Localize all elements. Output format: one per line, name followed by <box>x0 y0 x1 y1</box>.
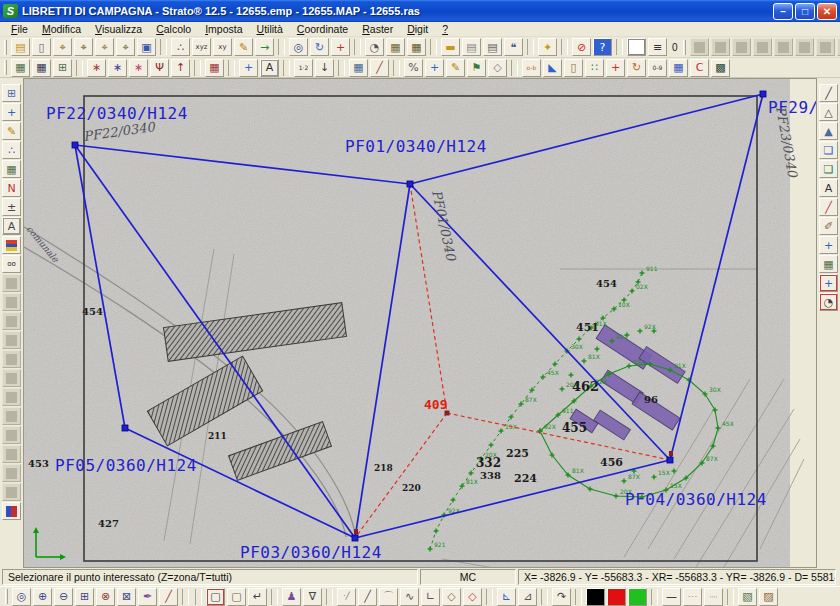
copy-shape-2-icon[interactable]: ❏ <box>819 160 838 178</box>
menu-item-imposta[interactable]: Imposta <box>198 23 249 35</box>
new-document-icon[interactable]: ▯ <box>32 38 51 56</box>
palette-icon[interactable]: ▩ <box>711 59 730 77</box>
new-view-icon[interactable]: ⊞ <box>2 84 21 102</box>
mini-map-icon[interactable]: ▦ <box>2 160 21 178</box>
draw-line-icon[interactable]: ╱ <box>819 84 838 102</box>
zoom-in-icon[interactable]: ⊕ <box>33 588 52 606</box>
north-arrow-icon[interactable]: ↑ <box>171 59 190 77</box>
points-xy-icon[interactable]: xy <box>213 38 232 56</box>
edit-add-icon[interactable]: ✎ <box>2 122 21 140</box>
stop-icon[interactable]: ⊘ <box>572 38 591 56</box>
enter-icon[interactable]: ↵ <box>248 588 267 606</box>
zoom-window-icon[interactable]: ⊞ <box>75 588 94 606</box>
operator-icon[interactable]: ♟ <box>282 588 301 606</box>
points-scatter-icon[interactable]: ∴ <box>171 38 190 56</box>
arc-tool-icon[interactable]: ⌒ <box>379 588 398 606</box>
edit-pencil-icon[interactable]: ✎ <box>234 38 253 56</box>
linestyle-solid-icon[interactable]: — <box>662 588 681 606</box>
station-3-icon[interactable]: ⌖ <box>95 38 114 56</box>
polyline-tool-icon[interactable]: ∟ <box>421 588 440 606</box>
swatch-black[interactable] <box>586 588 605 606</box>
filter-icon[interactable]: ∇ <box>303 588 322 606</box>
move-red-icon[interactable]: + <box>606 59 625 77</box>
grid-red-box-icon[interactable]: + <box>819 274 838 292</box>
restore-button[interactable]: □ <box>795 3 815 20</box>
help-icon[interactable]: ? <box>593 38 612 56</box>
layer-colors-icon[interactable] <box>2 502 21 520</box>
hatch-2-icon[interactable]: ▨ <box>759 588 778 606</box>
hatch-1-icon[interactable]: ▧ <box>738 588 757 606</box>
zoom-extents-icon[interactable]: ⊠ <box>117 588 136 606</box>
refresh-view-icon[interactable]: ↻ <box>310 38 329 56</box>
book-icon[interactable]: ▯ <box>564 59 583 77</box>
polygon-delete-icon[interactable]: ◇ <box>463 588 482 606</box>
raster-dark-icon[interactable]: ▦ <box>32 59 51 77</box>
spline-tool-icon[interactable]: ∿ <box>400 588 419 606</box>
polygon-filled-icon[interactable]: ▲ <box>819 122 838 140</box>
eraser-icon[interactable]: ✐ <box>819 217 838 235</box>
menu-item-raster[interactable]: Raster <box>355 23 400 35</box>
node-edit-icon[interactable]: ·╱ <box>337 588 356 606</box>
snap-grid-icon[interactable]: ∷ <box>585 59 604 77</box>
pan-feather-icon[interactable]: ✒ <box>138 588 157 606</box>
move-points-icon[interactable]: + <box>239 59 258 77</box>
plus-minus-icon[interactable]: ± <box>2 198 21 216</box>
raster-insert-icon[interactable]: ⊞ <box>53 59 72 77</box>
menu-item-coordinate[interactable]: Coordinate <box>290 23 355 35</box>
station-gps-icon[interactable]: ⌖ <box>116 38 135 56</box>
polygon-outline-icon[interactable]: △ <box>819 103 838 121</box>
linestyle-dashed-icon[interactable]: - - - <box>683 588 702 606</box>
station-1-icon[interactable]: ⌖ <box>53 38 72 56</box>
measure-polyline-icon[interactable]: ⊿ <box>518 588 537 606</box>
export-green-icon[interactable]: → <box>255 38 274 56</box>
points-xyz-icon[interactable]: xyz <box>192 38 211 56</box>
point-quota-3-icon[interactable]: ∗ <box>129 59 148 77</box>
minimize-button[interactable]: – <box>773 3 793 20</box>
tree-symbol-icon[interactable]: Ψ <box>150 59 169 77</box>
ramp-icon[interactable]: ◣ <box>543 59 562 77</box>
select-area-icon[interactable]: ▢ <box>206 588 225 606</box>
comment-icon[interactable]: ❝ <box>504 38 523 56</box>
north-icon[interactable]: N <box>2 179 21 197</box>
insert-point-icon[interactable]: ↓ <box>315 59 334 77</box>
coord-axis-icon[interactable]: ⊾ <box>497 588 516 606</box>
menu-item-modifica[interactable]: Modifica <box>35 23 88 35</box>
rotate-icon[interactable]: ↻ <box>627 59 646 77</box>
menu-item-visualizza[interactable]: Visualizza <box>88 23 149 35</box>
calc-icon[interactable]: ▦ <box>669 59 688 77</box>
digits-icon[interactable]: 0-9 <box>648 59 667 77</box>
raster-view-icon[interactable]: ▦ <box>11 59 30 77</box>
linestyle-dotted-icon[interactable]: ···· <box>704 588 723 606</box>
toga-icon[interactable]: ✦ <box>538 38 557 56</box>
pencil2-icon[interactable]: ✎ <box>446 59 465 77</box>
raster-image-1-icon[interactable]: ▦ <box>386 38 405 56</box>
menu-item-help[interactable]: ? <box>435 23 455 35</box>
swatch-red[interactable] <box>607 588 626 606</box>
slope-icon[interactable]: % <box>404 59 423 77</box>
zoom-select-icon[interactable]: ◎ <box>12 588 31 606</box>
map-drawing[interactable]: 92X81X20X15X87X45X30X91X10X02X91192192X8… <box>24 79 816 567</box>
point-quota-1-icon[interactable]: ∗ <box>87 59 106 77</box>
mini-map-2-icon[interactable]: ▦ <box>819 255 838 273</box>
line-tool-icon[interactable]: ╱ <box>358 588 377 606</box>
printer-icon[interactable]: ▤ <box>483 38 502 56</box>
menu-item-utilità[interactable]: Utilità <box>250 23 290 35</box>
link-points-icon[interactable]: o-b <box>522 59 541 77</box>
ruler-icon[interactable]: ▬ <box>441 38 460 56</box>
text-label-icon[interactable]: A <box>2 217 21 235</box>
draw-line-icon[interactable]: ╱ <box>370 59 389 77</box>
redline-icon[interactable]: ╱ <box>159 588 178 606</box>
pan-view-icon[interactable]: + <box>2 103 21 121</box>
map-canvas[interactable]: 92X81X20X15X87X45X30X91X10X02X91192192X8… <box>23 78 817 568</box>
active-color-swatch[interactable] <box>627 38 646 56</box>
points-add-icon[interactable]: ∴ <box>2 141 21 159</box>
move-blue-icon[interactable]: + <box>819 236 838 254</box>
libretti-table-icon[interactable]: ▤ <box>11 38 30 56</box>
zoom-lens-icon[interactable]: ◎ <box>289 38 308 56</box>
flag-icon[interactable]: ⚑ <box>467 59 486 77</box>
menu-item-calcolo[interactable]: Calcolo <box>149 23 198 35</box>
curve-icon[interactable]: ↷ <box>552 588 571 606</box>
pie-red-box-icon[interactable]: ◔ <box>819 293 838 311</box>
red-segment-icon[interactable]: ╱ <box>819 198 838 216</box>
raster-swap-icon[interactable]: ▦ <box>349 59 368 77</box>
